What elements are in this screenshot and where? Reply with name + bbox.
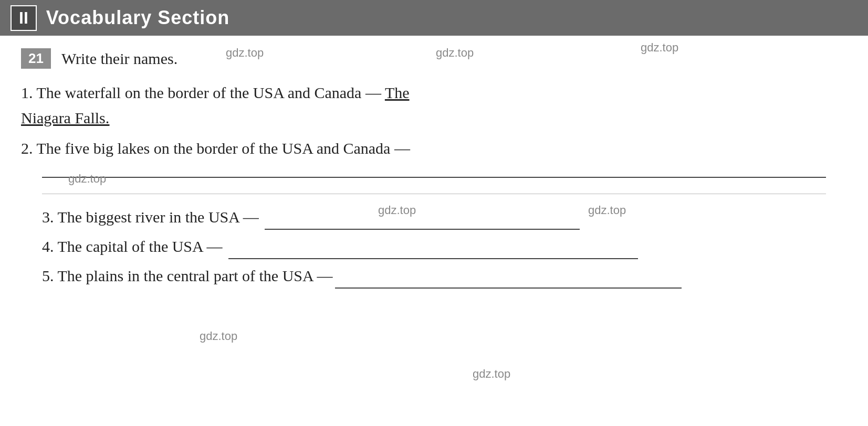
section-title: Vocabulary Section xyxy=(46,7,229,29)
item-4-text: 4. The capital of the USA — xyxy=(42,238,638,255)
section-number: II xyxy=(11,5,37,31)
page-container: II Vocabulary Section gdz.top gdz.top gd… xyxy=(0,0,868,426)
question-number: 21 xyxy=(21,48,51,69)
item-5-line xyxy=(335,287,682,289)
question-21-block: 21 Write their names. xyxy=(0,36,868,69)
item-3-text: 3. The biggest river in the USA — xyxy=(42,208,580,226)
items-container: 1. The waterfall on the border of the US… xyxy=(0,80,868,289)
item-3: 3. The biggest river in the USA — xyxy=(21,205,847,230)
header-bar: II Vocabulary Section xyxy=(0,0,868,36)
item-4: 4. The capital of the USA — xyxy=(21,234,847,259)
item-2-answer-line xyxy=(42,166,826,178)
watermark-7: gdz.top xyxy=(200,329,237,343)
item-1-answer: TheNiagara Falls. xyxy=(21,84,410,126)
item-4-line xyxy=(228,258,638,259)
item-2-text: 2. The five big lakes on the border of t… xyxy=(21,140,410,157)
question-header: 21 Write their names. xyxy=(21,48,847,69)
question-instruction: Write their names. xyxy=(61,50,177,68)
item-1-answer-line2: Niagara Falls. xyxy=(21,109,109,126)
item-2: 2. The five big lakes on the border of t… xyxy=(21,136,847,161)
watermark-8: gdz.top xyxy=(473,367,510,381)
item-1-text: 1. The waterfall on the border of the US… xyxy=(21,84,410,126)
item-5-text: 5. The plains in the central part of the… xyxy=(42,267,682,284)
item-5: 5. The plains in the central part of the… xyxy=(21,263,847,289)
item-1: 1. The waterfall on the border of the US… xyxy=(21,80,847,131)
section-divider xyxy=(42,194,826,194)
item-3-line xyxy=(265,229,580,230)
